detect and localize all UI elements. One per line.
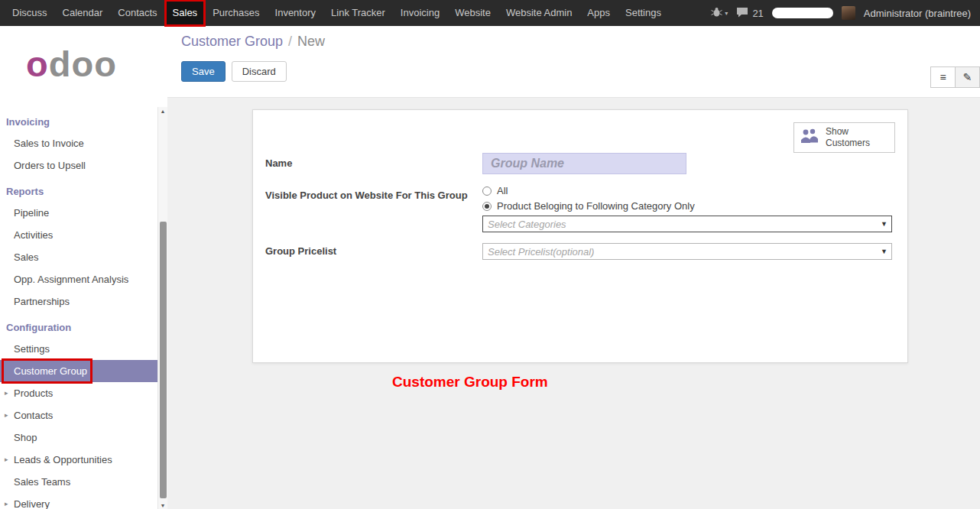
name-row: Name [265, 153, 892, 174]
form-view-icon: ✎ [963, 71, 972, 83]
sidebar-scrollbar[interactable]: ▲ ▼ [157, 107, 167, 509]
categories-select[interactable]: Select Categories ▼ [482, 216, 892, 232]
breadcrumb-customer-group[interactable]: Customer Group [181, 34, 283, 49]
sidebar-item-contacts[interactable]: ▸ Contacts [0, 404, 157, 426]
group-name-input[interactable] [482, 153, 686, 174]
scroll-down-icon[interactable]: ▼ [158, 503, 167, 508]
save-button[interactable]: Save [181, 61, 226, 82]
list-view-icon: ≡ [939, 71, 946, 83]
sidebar-item-opp-assignment-analysis[interactable]: Opp. Assignment Analysis [0, 268, 157, 290]
top-navbar: Discuss Calendar Contacts Sales Purchase… [0, 0, 980, 26]
group-pricelist-row: Group Pricelist Select Pricelist(optiona… [265, 243, 892, 260]
caret-right-icon: ▸ [5, 500, 8, 507]
group-pricelist-label: Group Pricelist [265, 243, 482, 260]
sidebar-item-label: Contacts [14, 410, 53, 421]
sidebar-item-settings[interactable]: Settings [0, 338, 157, 360]
sidebar-item-label: Products [14, 387, 53, 399]
dropdown-arrow-icon: ▼ [881, 220, 888, 228]
topbar-menu-website[interactable]: Website [447, 0, 498, 26]
radio-unchecked-icon[interactable] [482, 186, 492, 196]
topbar-menu-discuss[interactable]: Discuss [5, 0, 55, 26]
name-label: Name [265, 153, 482, 174]
main-area: Customer Group/New Save Discard ≡ ✎ [167, 26, 980, 509]
topbar-menu-inventory[interactable]: Inventory [268, 0, 323, 26]
sidebar-item-customer-group[interactable]: Customer Group [0, 360, 157, 382]
show-customers-label: Show Customers [826, 126, 889, 149]
visible-product-label: Visible Product on Website For This Grou… [265, 185, 482, 232]
radio-option-category[interactable]: Product Beloging to Following Category O… [482, 200, 892, 212]
visible-product-row: Visible Product on Website For This Grou… [265, 185, 892, 232]
caret-right-icon: ▸ [5, 389, 8, 397]
radio-checked-icon[interactable] [482, 202, 492, 211]
customer-group-form: Name Visible Product on Website For This… [265, 153, 892, 260]
bug-icon [711, 7, 722, 19]
pricelist-select[interactable]: Select Pricelist(optional) ▼ [482, 243, 892, 260]
odoo-logo: odoo [0, 26, 167, 107]
topbar-menu-sales[interactable]: Sales [165, 0, 206, 26]
form-sheet: Show Customers Name Visible Product on W… [252, 109, 908, 363]
messages-indicator[interactable]: 21 [736, 7, 763, 20]
radio-category-label: Product Beloging to Following Category O… [497, 200, 695, 212]
caret-right-icon: ▸ [5, 411, 8, 419]
sidebar-menu: Invoicing Sales to Invoice Orders to Ups… [0, 107, 167, 509]
debug-menu-button[interactable]: ▾ [711, 7, 728, 19]
topbar-menu-contacts[interactable]: Contacts [110, 0, 164, 26]
scroll-up-icon[interactable]: ▲ [158, 107, 167, 116]
sidebar-item-label: Delivery [14, 498, 50, 509]
breadcrumb: Customer Group/New [181, 34, 980, 50]
customers-icon [800, 128, 820, 147]
form-view-button[interactable]: ✎ [955, 66, 980, 88]
topbar-menu-website-admin[interactable]: Website Admin [498, 0, 579, 26]
dropdown-arrow-icon: ▼ [881, 248, 888, 255]
sidebar: odoo Invoicing Sales to Invoice Orders t… [0, 26, 167, 509]
control-panel: Customer Group/New Save Discard ≡ ✎ [167, 26, 980, 98]
topbar-menu-link-tracker[interactable]: Link Tracker [323, 0, 393, 26]
sidebar-item-leads-opportunities[interactable]: ▸ Leads & Opportunities [0, 449, 157, 471]
sidebar-item-sales[interactable]: Sales [0, 246, 157, 268]
logo-letter: o [26, 44, 49, 84]
sidebar-item-sales-teams[interactable]: Sales Teams [0, 471, 157, 493]
breadcrumb-separator: / [288, 34, 292, 49]
topbar-menu-settings[interactable]: Settings [618, 0, 669, 26]
radio-option-all[interactable]: All [482, 185, 892, 196]
sidebar-item-partnerships[interactable]: Partnerships [0, 290, 157, 313]
topbar-menu: Discuss Calendar Contacts Sales Purchase… [0, 0, 669, 26]
sidebar-item-label: Customer Group [14, 365, 87, 377]
sidebar-item-orders-to-upsell[interactable]: Orders to Upsell [0, 154, 157, 177]
sidebar-item-pipeline[interactable]: Pipeline [0, 202, 157, 224]
avatar [842, 6, 855, 20]
annotation-caption: Customer Group Form [392, 374, 548, 391]
breadcrumb-new: New [297, 34, 325, 49]
sidebar-item-products[interactable]: ▸ Products [0, 382, 157, 404]
topbar-menu-invoicing[interactable]: Invoicing [393, 0, 447, 26]
messages-count: 21 [752, 8, 763, 19]
content-area: Show Customers Name Visible Product on W… [167, 109, 980, 391]
user-menu[interactable]: Administrator (braintree) [864, 8, 971, 19]
topbar-right: ▾ 21 Administrator (braintree) [711, 0, 980, 26]
sidebar-item-sales-to-invoice[interactable]: Sales to Invoice [0, 132, 157, 154]
caret-right-icon: ▸ [5, 456, 8, 463]
categories-placeholder: Select Categories [488, 219, 566, 230]
scrollbar-thumb[interactable] [160, 222, 167, 498]
view-switcher: ≡ ✎ [931, 66, 980, 88]
radio-all-label: All [497, 185, 508, 196]
discard-button[interactable]: Discard [232, 61, 287, 82]
topbar-menu-calendar[interactable]: Calendar [55, 0, 111, 26]
chat-icon [736, 7, 748, 20]
list-view-button[interactable]: ≡ [930, 66, 956, 88]
topbar-menu-purchases[interactable]: Purchases [205, 0, 267, 26]
sidebar-section-invoicing: Invoicing [0, 107, 167, 132]
action-buttons: Save Discard [181, 61, 980, 82]
logo-letters: doo [49, 44, 117, 84]
sidebar-section-configuration: Configuration [0, 313, 167, 338]
topbar-menu-apps[interactable]: Apps [579, 0, 618, 26]
sidebar-item-label: Leads & Opportunities [14, 454, 112, 465]
planner-progressbar[interactable] [772, 8, 833, 18]
show-customers-button[interactable]: Show Customers [793, 122, 895, 153]
sidebar-section-reports: Reports [0, 177, 167, 202]
sidebar-item-delivery[interactable]: ▸ Delivery [0, 493, 157, 509]
sidebar-item-activities[interactable]: Activities [0, 224, 157, 246]
pricelist-placeholder: Select Pricelist(optional) [488, 246, 594, 258]
sidebar-item-shop[interactable]: Shop [0, 426, 157, 449]
caret-down-icon: ▾ [725, 10, 728, 17]
